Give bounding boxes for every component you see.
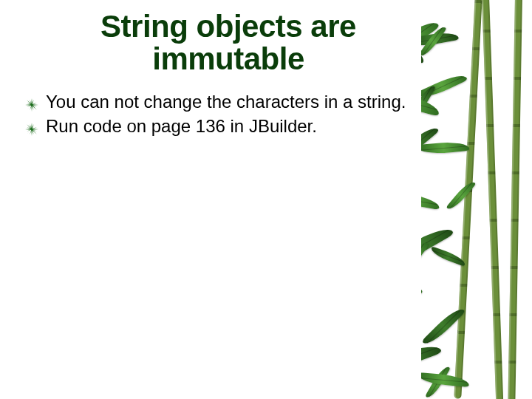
bullet-item: Run code on page 136 in JBuilder. bbox=[25, 116, 421, 137]
slide-title: String objects are immutable bbox=[35, 10, 421, 75]
bullet-list: You can not change the characters in a s… bbox=[21, 92, 421, 137]
starburst-icon bbox=[25, 95, 38, 109]
starburst-icon bbox=[25, 120, 38, 133]
bullet-text: You can not change the characters in a s… bbox=[46, 92, 406, 112]
slide: String objects are immutable bbox=[0, 0, 532, 399]
bullet-text: Run code on page 136 in JBuilder. bbox=[46, 116, 317, 136]
bamboo-decoration bbox=[421, 0, 532, 399]
bullet-item: You can not change the characters in a s… bbox=[25, 92, 421, 113]
